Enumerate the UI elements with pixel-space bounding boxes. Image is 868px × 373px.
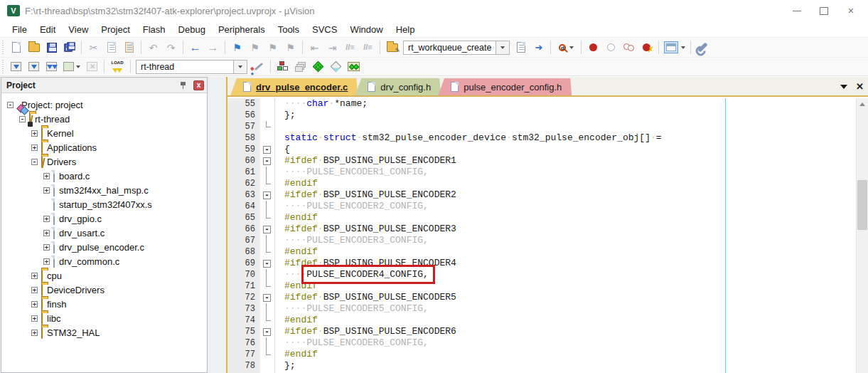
tree-item[interactable]: +drv_common.c (1, 254, 207, 268)
batch-build-button[interactable] (60, 58, 83, 75)
find-in-files-results-button[interactable] (512, 39, 530, 56)
outdent-button[interactable]: ⇤ (306, 39, 323, 56)
indent-button[interactable]: ⇥ (323, 39, 341, 56)
expand-icon[interactable]: + (31, 330, 38, 336)
disable-all-breakpoints-button[interactable] (620, 39, 638, 56)
navigate-back-button[interactable]: ← (186, 39, 204, 56)
expand-icon[interactable]: + (31, 145, 38, 151)
save-button[interactable] (43, 39, 60, 56)
fold-collapse-icon[interactable] (260, 155, 275, 167)
open-file-button[interactable] (25, 39, 43, 56)
fold-collapse-icon[interactable] (260, 224, 275, 235)
multi-project-button[interactable] (291, 58, 309, 75)
expand-icon[interactable]: + (43, 173, 50, 179)
tree-item[interactable]: +cpu (1, 268, 207, 283)
tree-item[interactable]: +libc (1, 311, 207, 325)
window-layout-button[interactable] (662, 39, 687, 56)
target-select[interactable]: rt-thread (136, 60, 234, 74)
menu-project[interactable]: Project (95, 23, 136, 36)
search-input[interactable]: rt_workqueue_create (403, 41, 496, 55)
fold-collapse-icon[interactable] (260, 326, 275, 337)
paste-button[interactable] (120, 39, 138, 56)
fold-collapse-icon[interactable] (260, 189, 275, 201)
project-panel-close-button[interactable]: x (193, 80, 204, 90)
expand-icon[interactable]: + (43, 187, 50, 194)
window-list-dropdown-icon[interactable] (840, 85, 847, 93)
tree-item[interactable]: +Kernel (1, 126, 207, 140)
save-all-button[interactable] (60, 39, 78, 56)
expand-icon[interactable]: + (43, 244, 50, 251)
menu-view[interactable]: View (62, 23, 95, 36)
expand-icon[interactable]: + (31, 315, 38, 322)
menu-window[interactable]: Window (343, 23, 389, 36)
toggle-bookmark-button[interactable]: ⚑ (228, 39, 246, 56)
uncomment-button[interactable]: //≡ (359, 39, 377, 56)
scroll-up-button[interactable] (857, 98, 868, 110)
find-button[interactable]: d (554, 39, 578, 56)
tree-item[interactable]: +drv_usart.c (1, 226, 207, 240)
tree-item[interactable]: +finsh (1, 297, 207, 311)
tab-drv_pulse_encoder.c[interactable]: drv_pulse_encoder.c (230, 78, 358, 95)
comment-button[interactable]: //≡ (341, 39, 359, 56)
copy-button[interactable] (102, 39, 120, 56)
toolbar-grip[interactable] (1, 60, 6, 74)
tab-pulse_encoder_config.h[interactable]: pulse_encoder_config.h (438, 78, 572, 95)
expand-icon[interactable]: + (31, 287, 38, 293)
menu-edit[interactable]: Edit (33, 23, 62, 36)
menu-svcs[interactable]: SVCS (306, 23, 343, 36)
redo-button[interactable]: ↷ (162, 39, 180, 56)
toolbar-grip[interactable] (1, 41, 6, 55)
stop-build-button[interactable]: ✕ (83, 58, 101, 75)
find-in-files-button[interactable]: ✎ (383, 39, 401, 56)
clear-bookmarks-button[interactable]: ⚑ (282, 39, 299, 56)
panel-splitter[interactable] (208, 77, 226, 373)
collapse-icon[interactable]: - (31, 159, 38, 165)
tree-item[interactable]: -Project: project (1, 98, 207, 112)
menu-peripherals[interactable]: Peripherals (212, 23, 272, 36)
kill-all-breakpoints-button[interactable]: ✗ (638, 39, 655, 56)
incremental-find-button[interactable]: ➜ (530, 39, 547, 56)
tree-item[interactable]: +drv_gpio.c (1, 211, 207, 226)
fold-collapse-icon[interactable] (260, 292, 275, 303)
enable-breakpoint-button[interactable] (602, 39, 620, 56)
search-dropdown-button[interactable] (496, 41, 510, 55)
tree-item[interactable]: +Applications (1, 140, 207, 154)
pin-icon[interactable] (179, 81, 188, 90)
tree-item[interactable]: +board.c (1, 169, 207, 183)
build-button[interactable] (25, 58, 43, 75)
code-editor[interactable]: 55····char·*name;56};5758static·struct·s… (227, 98, 868, 373)
tree-item[interactable]: +stm32f4xx_hal_msp.c (1, 183, 207, 197)
close-document-icon[interactable]: ✕ (856, 82, 864, 92)
menu-file[interactable]: File (6, 23, 33, 36)
tree-item[interactable]: +DeviceDrivers (1, 283, 207, 297)
menu-flash[interactable]: Flash (136, 23, 172, 36)
prev-bookmark-button[interactable]: ⚑ (246, 39, 264, 56)
collapse-icon[interactable]: - (7, 102, 14, 108)
expand-icon[interactable]: + (31, 273, 38, 279)
tree-item[interactable]: startup_stm32f407xx.s (1, 197, 207, 211)
expand-icon[interactable]: + (31, 130, 38, 137)
tree-item[interactable]: -rt-thread (1, 112, 207, 126)
tree-item[interactable]: +STM32_HAL (1, 325, 207, 340)
tree-item[interactable]: -Drivers (1, 154, 207, 169)
scrollbar-thumb[interactable] (857, 180, 867, 230)
navigate-forward-button[interactable]: → (204, 39, 222, 56)
expand-icon[interactable]: + (43, 258, 50, 265)
menu-help[interactable]: Help (390, 23, 422, 36)
maximize-button[interactable] (820, 6, 828, 15)
rebuild-button[interactable] (43, 58, 60, 75)
target-dropdown-button[interactable] (234, 60, 247, 74)
expand-icon[interactable]: + (31, 301, 38, 308)
collapse-icon[interactable]: - (19, 116, 26, 122)
pack-installer-button[interactable] (345, 58, 363, 75)
insert-breakpoint-button[interactable] (584, 39, 602, 56)
tree-item[interactable]: +drv_pulse_encoder.c (1, 240, 207, 254)
manage-project-items-button[interactable] (274, 58, 291, 75)
translate-button[interactable] (7, 58, 25, 75)
menu-tools[interactable]: Tools (272, 23, 306, 36)
tab-drv_config.h[interactable]: drv_config.h (355, 78, 441, 95)
configure-button[interactable] (694, 39, 712, 56)
vertical-scrollbar[interactable] (856, 98, 868, 373)
fold-collapse-icon[interactable] (260, 144, 275, 155)
select-software-packs-button[interactable] (327, 58, 345, 75)
